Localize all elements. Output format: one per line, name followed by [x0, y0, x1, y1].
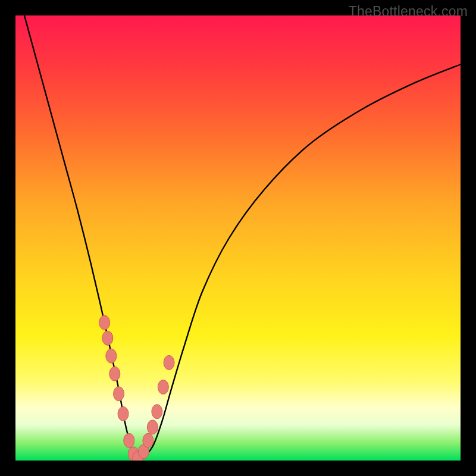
- highlighted-point: [118, 406, 129, 421]
- highlighted-point: [102, 331, 113, 345]
- bottleneck-curve: [24, 15, 461, 461]
- highlighted-point: [164, 355, 174, 369]
- highlighted-point: [152, 405, 162, 419]
- highlighted-point: [143, 433, 154, 447]
- highlighted-point: [147, 420, 158, 434]
- chart-overlay: [15, 15, 461, 461]
- highlighted-point: [124, 433, 134, 447]
- highlighted-point: [114, 387, 124, 401]
- highlighted-point: [158, 380, 168, 394]
- highlighted-point: [99, 315, 110, 330]
- highlighted-points-group: [99, 315, 174, 461]
- highlighted-point: [106, 349, 117, 363]
- highlighted-point: [109, 367, 120, 381]
- watermark-text: TheBottleneck.com: [349, 4, 468, 20]
